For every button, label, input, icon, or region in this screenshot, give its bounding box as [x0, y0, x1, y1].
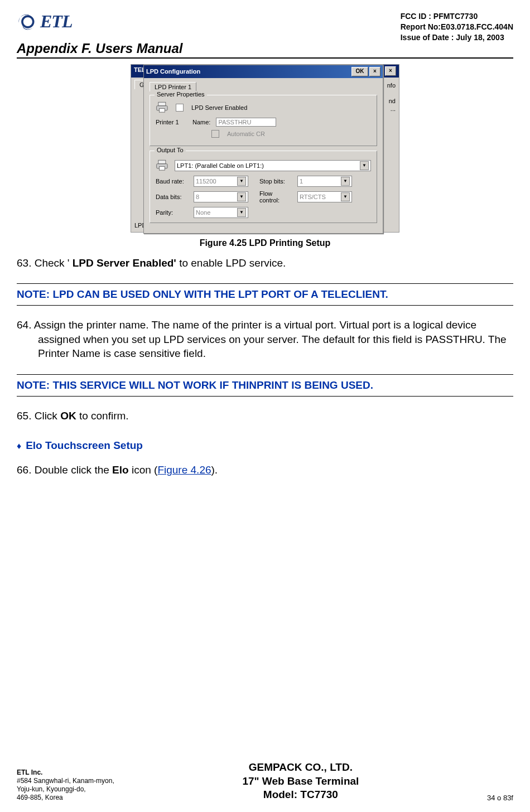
stopbits-value: 1 [300, 178, 303, 185]
step-65-pre: 65. Click [17, 410, 60, 422]
figure-4-25: TELE × Gene nfo nd ... LPD LPD Configura… [17, 64, 513, 233]
step-63: 63. Check ' LPD Server Enabled' to enabl… [17, 256, 513, 270]
flow-select: RTS/CTS▼ [297, 191, 352, 202]
note-rule-top-2 [17, 374, 513, 375]
auto-cr-checkbox [211, 130, 219, 138]
footer-addr1: #584 Sangwhal-ri, Kanam-myon, [17, 777, 114, 785]
output-to-group: Output To LPT1: (Parallel Cable on LPT1:… [150, 151, 377, 223]
stopbits-select: 1▼ [297, 176, 352, 187]
auto-cr-label: Automatic CR [227, 130, 265, 137]
diamond-icon: ♦ [17, 441, 21, 451]
printer-icon [156, 101, 170, 114]
svg-rect-1 [158, 102, 166, 106]
bg-right3: ... [387, 105, 396, 113]
footer-page-number: 34 o 83f [487, 794, 513, 802]
header-rule [17, 57, 513, 59]
bg-right-fragment: nfo nd ... [387, 81, 396, 113]
parity-value: None [196, 209, 210, 216]
step-66-pre: 66. Double click the [17, 464, 112, 476]
lpd-enabled-label: LPD Server Enabled [191, 104, 247, 111]
step-63-post: to enable LPD service. [176, 257, 286, 269]
dialog-close-button[interactable]: × [369, 67, 380, 76]
chevron-down-icon: ▼ [360, 161, 369, 170]
footer-left: ETL Inc. #584 Sangwhal-ri, Kanam-myon, Y… [17, 768, 114, 802]
bg-right2: nd [387, 97, 396, 105]
databits-select: 8▼ [194, 191, 248, 202]
subsection-heading: ♦Elo Touchscreen Setup [17, 438, 513, 453]
svg-point-0 [22, 16, 33, 27]
name-label: Name: [192, 119, 210, 125]
server-properties-group: Server Properties LPD Server Enabled [150, 95, 377, 146]
note-1: NOTE: LPD CAN BE USED ONLY WITH THE LPT … [17, 287, 513, 302]
figure-4-26-link[interactable]: Figure 4.26 [157, 464, 211, 476]
printer1-label: Printer 1 [156, 119, 187, 125]
footer-center2: 17" Web Base Terminal [242, 775, 359, 789]
svg-rect-4 [158, 160, 166, 164]
step-63-bold: LPD Server Enabled' [73, 257, 176, 269]
output-port-value: LPT1: (Parallel Cable on LPT1:) [177, 162, 264, 169]
step-63-pre: 63. Check ' [17, 257, 73, 269]
footer-addr3: 469-885, Korea [17, 794, 114, 802]
note-rule-bottom-1 [17, 305, 513, 306]
tab-lpd-printer-1[interactable]: LPD Printer 1 [150, 82, 196, 91]
footer-center: GEMPACK CO., LTD. 17" Web Base Terminal … [242, 761, 359, 802]
logo-swoosh-icon [17, 12, 37, 32]
bg-right1: nfo [387, 81, 396, 89]
parity-select: None▼ [194, 207, 248, 218]
dialog-ok-button[interactable]: OK [351, 67, 368, 76]
step-65-bold: OK [60, 410, 76, 422]
appendix-title: Appendix F. Users Manual [17, 41, 513, 56]
chevron-down-icon: ▼ [341, 192, 350, 201]
chevron-down-icon: ▼ [237, 177, 246, 186]
step-66-mid: icon ( [129, 464, 158, 476]
step-66: 66. Double click the Elo icon (Figure 4.… [17, 463, 513, 477]
databits-value: 8 [196, 194, 199, 200]
baud-select: 115200▼ [194, 176, 248, 187]
output-to-label: Output To [155, 147, 186, 153]
page-footer: ETL Inc. #584 Sangwhal-ri, Kanam-myon, Y… [17, 761, 513, 802]
flow-value: RTS/CTS [300, 194, 326, 200]
step-64: 64. Assign the printer name. The name of… [17, 318, 513, 361]
fcc-info: FCC ID : PFMTC7730 Report No:E03.0718.FC… [401, 11, 513, 43]
footer-center1: GEMPACK CO., LTD. [242, 761, 359, 775]
bg-close-icon: × [385, 66, 396, 76]
stopbits-label: Stop bits: [259, 178, 293, 185]
figure-caption: Figure 4.25 LPD Printing Setup [17, 238, 513, 248]
chevron-down-icon: ▼ [237, 192, 246, 201]
note-2: NOTE: THIS SERVICE WILL NOT WORK IF THIN… [17, 378, 513, 393]
logo: ETL [17, 11, 72, 32]
chevron-down-icon: ▼ [341, 177, 350, 186]
report-no: Report No:E03.0718.FCC.404N [401, 22, 513, 32]
footer-center3: Model: TC7730 [242, 788, 359, 802]
printer-icon [156, 159, 170, 172]
dialog-title: LPD Configuration [146, 68, 200, 75]
step-66-bold: Elo [112, 464, 129, 476]
baud-value: 115200 [196, 178, 216, 185]
baud-label: Baud rate: [156, 178, 189, 185]
lpd-config-dialog: LPD Configuration OK × LPD Printer 1 Ser… [143, 65, 383, 234]
step-66-post: ). [211, 464, 218, 476]
note-rule-top-1 [17, 283, 513, 284]
sub-heading-text: Elo Touchscreen Setup [26, 439, 143, 451]
databits-label: Data bits: [156, 194, 189, 200]
issue-date: Issue of Date : July 18, 2003 [401, 32, 513, 43]
footer-company: ETL Inc. [17, 768, 114, 777]
server-properties-label: Server Properties [155, 91, 207, 98]
svg-rect-6 [160, 166, 165, 170]
step-65: 65. Click OK to confirm. [17, 409, 513, 423]
footer-addr2: Yoju-kun, Kyounggi-do, [17, 785, 114, 794]
lpd-enabled-checkbox[interactable] [176, 104, 184, 112]
flow-label: Flow control: [259, 190, 293, 204]
step-65-post: to confirm. [76, 410, 129, 422]
logo-text: ETL [40, 11, 72, 32]
chevron-down-icon: ▼ [237, 208, 246, 217]
note-rule-bottom-2 [17, 396, 513, 397]
svg-rect-3 [160, 108, 165, 112]
output-port-select[interactable]: LPT1: (Parallel Cable on LPT1:) ▼ [175, 160, 371, 171]
fcc-id: FCC ID : PFMTC7730 [401, 11, 513, 22]
parity-label: Parity: [156, 209, 189, 216]
printer-name-input[interactable]: PASSTHRU [216, 118, 276, 127]
